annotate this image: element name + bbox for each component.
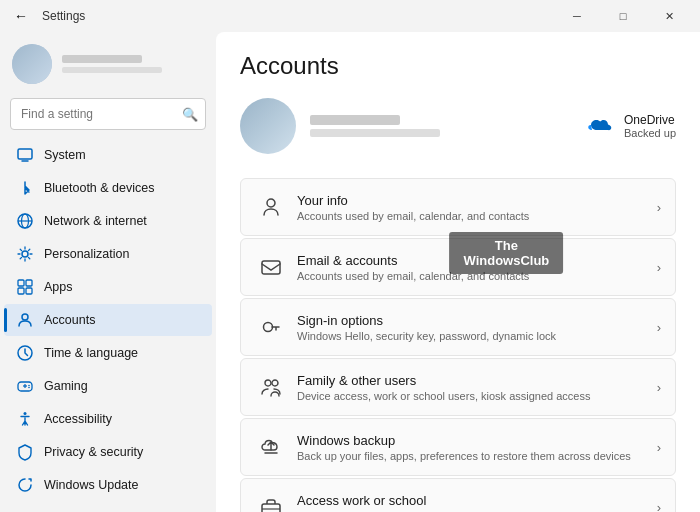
settings-item-signin[interactable]: Sign-in options Windows Hello, security … bbox=[240, 298, 676, 356]
signin-desc: Windows Hello, security key, password, d… bbox=[297, 330, 649, 342]
backup-desc: Back up your files, apps, preferences to… bbox=[297, 450, 649, 462]
sidebar-item-label-time: Time & language bbox=[44, 346, 138, 360]
settings-item-email[interactable]: Email & accounts Accounts used by email,… bbox=[240, 238, 676, 296]
sidebar-user[interactable] bbox=[0, 32, 216, 92]
sidebar-item-update[interactable]: Windows Update bbox=[4, 469, 212, 501]
sidebar-item-accessibility[interactable]: Accessibility bbox=[4, 403, 212, 435]
title-bar: ← Settings ─ □ ✕ bbox=[0, 0, 700, 32]
work-school-title: Access work or school bbox=[297, 493, 649, 508]
briefcase-icon bbox=[255, 491, 287, 512]
avatar-image bbox=[12, 44, 52, 84]
sidebar-item-gaming[interactable]: Gaming bbox=[4, 370, 212, 402]
family-desc: Device access, work or school users, kio… bbox=[297, 390, 649, 402]
sidebar-item-privacy[interactable]: Privacy & security bbox=[4, 436, 212, 468]
sidebar-item-personalization[interactable]: Personalization bbox=[4, 238, 212, 270]
onedrive-label: OneDrive bbox=[624, 113, 676, 127]
profile-details bbox=[310, 115, 440, 137]
settings-list: Your info Accounts used by email, calend… bbox=[240, 178, 676, 512]
maximize-button[interactable]: □ bbox=[600, 0, 646, 32]
settings-item-email-text: Email & accounts Accounts used by email,… bbox=[297, 253, 649, 282]
svg-point-21 bbox=[265, 380, 271, 386]
profile-email bbox=[310, 129, 440, 137]
email-icon bbox=[255, 251, 287, 283]
family-icon bbox=[255, 371, 287, 403]
settings-item-signin-text: Sign-in options Windows Hello, security … bbox=[297, 313, 649, 342]
person-icon bbox=[255, 191, 287, 223]
onedrive-text: OneDrive Backed up bbox=[624, 113, 676, 139]
network-icon bbox=[16, 212, 34, 230]
title-bar-controls: ─ □ ✕ bbox=[554, 0, 692, 32]
profile-name bbox=[310, 115, 400, 125]
onedrive-section[interactable]: OneDrive Backed up bbox=[584, 113, 676, 139]
svg-point-5 bbox=[22, 251, 28, 257]
family-title: Family & other users bbox=[297, 373, 649, 388]
svg-rect-6 bbox=[18, 280, 24, 286]
sidebar-item-label-privacy: Privacy & security bbox=[44, 445, 143, 459]
sidebar-item-label-apps: Apps bbox=[44, 280, 73, 294]
svg-rect-19 bbox=[262, 261, 280, 274]
user-name bbox=[62, 55, 142, 63]
main-content: Accounts OneDrive Backed bbox=[216, 32, 700, 512]
personalization-icon bbox=[16, 245, 34, 263]
settings-item-work-school[interactable]: Access work or school Organization resou… bbox=[240, 478, 676, 512]
search-icon: 🔍 bbox=[182, 107, 198, 122]
key-icon bbox=[255, 311, 287, 343]
backup-icon bbox=[255, 431, 287, 463]
privacy-icon bbox=[16, 443, 34, 461]
sidebar-item-label-personalization: Personalization bbox=[44, 247, 129, 261]
svg-rect-9 bbox=[26, 288, 32, 294]
profile-section: OneDrive Backed up bbox=[240, 98, 676, 158]
svg-point-17 bbox=[24, 412, 27, 415]
minimize-button[interactable]: ─ bbox=[554, 0, 600, 32]
sidebar-item-label-gaming: Gaming bbox=[44, 379, 88, 393]
back-button[interactable]: ← bbox=[8, 6, 34, 26]
sidebar-item-apps[interactable]: Apps bbox=[4, 271, 212, 303]
search-box[interactable]: 🔍 bbox=[10, 98, 206, 130]
svg-rect-24 bbox=[262, 504, 280, 512]
accessibility-icon bbox=[16, 410, 34, 428]
sidebar-item-time[interactable]: Time & language bbox=[4, 337, 212, 369]
svg-point-18 bbox=[267, 199, 275, 207]
avatar bbox=[12, 44, 52, 84]
svg-point-10 bbox=[22, 314, 28, 320]
profile-avatar bbox=[240, 98, 296, 154]
settings-item-family-text: Family & other users Device access, work… bbox=[297, 373, 649, 402]
svg-point-15 bbox=[28, 385, 30, 387]
sidebar-item-network[interactable]: Network & internet bbox=[4, 205, 212, 237]
sidebar-item-accounts[interactable]: Accounts ← bbox=[4, 304, 212, 336]
svg-rect-8 bbox=[18, 288, 24, 294]
chevron-right-icon-5: › bbox=[657, 440, 661, 455]
email-title: Email & accounts bbox=[297, 253, 649, 268]
gaming-icon bbox=[16, 377, 34, 395]
sidebar-item-system[interactable]: System bbox=[4, 139, 212, 171]
backup-title: Windows backup bbox=[297, 433, 649, 448]
signin-title: Sign-in options bbox=[297, 313, 649, 328]
chevron-right-icon-6: › bbox=[657, 500, 661, 513]
settings-item-family[interactable]: Family & other users Device access, work… bbox=[240, 358, 676, 416]
onedrive-icon bbox=[584, 116, 616, 136]
sidebar-item-label-accounts: Accounts bbox=[44, 313, 95, 327]
onedrive-status: Backed up bbox=[624, 127, 676, 139]
email-desc: Accounts used by email, calendar, and co… bbox=[297, 270, 649, 282]
settings-item-your-info[interactable]: Your info Accounts used by email, calend… bbox=[240, 178, 676, 236]
settings-item-backup[interactable]: Windows backup Back up your files, apps,… bbox=[240, 418, 676, 476]
close-button[interactable]: ✕ bbox=[646, 0, 692, 32]
svg-point-20 bbox=[264, 323, 273, 332]
your-info-title: Your info bbox=[297, 193, 649, 208]
settings-item-your-info-text: Your info Accounts used by email, calend… bbox=[297, 193, 649, 222]
apps-icon bbox=[16, 278, 34, 296]
settings-item-work-school-text: Access work or school Organization resou… bbox=[297, 493, 649, 513]
sidebar: 🔍 System Bluetooth & devices Network bbox=[0, 32, 216, 512]
svg-rect-7 bbox=[26, 280, 32, 286]
svg-point-22 bbox=[272, 380, 278, 386]
sidebar-item-label-network: Network & internet bbox=[44, 214, 147, 228]
settings-item-backup-text: Windows backup Back up your files, apps,… bbox=[297, 433, 649, 462]
search-input[interactable] bbox=[10, 98, 206, 130]
sidebar-item-label-accessibility: Accessibility bbox=[44, 412, 112, 426]
chevron-right-icon-2: › bbox=[657, 260, 661, 275]
user-info bbox=[62, 55, 162, 73]
page-title: Accounts bbox=[240, 52, 676, 80]
your-info-desc: Accounts used by email, calendar, and co… bbox=[297, 210, 649, 222]
sidebar-item-bluetooth[interactable]: Bluetooth & devices bbox=[4, 172, 212, 204]
user-email bbox=[62, 67, 162, 73]
